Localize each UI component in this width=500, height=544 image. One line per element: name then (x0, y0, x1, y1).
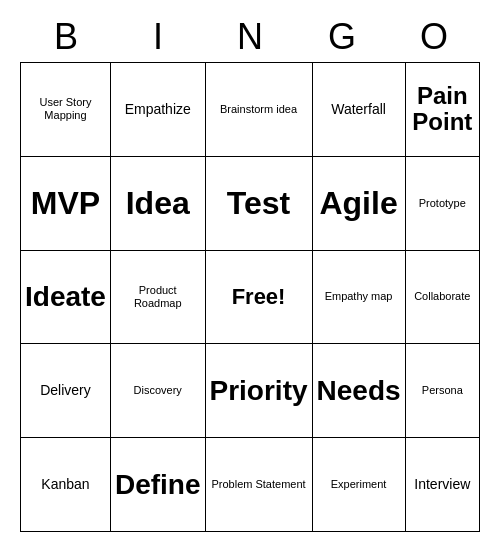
cell-r4-c0: Kanban (21, 438, 111, 532)
cell-r2-c3: Empathy map (313, 251, 406, 345)
cell-r1-c2: Test (206, 157, 313, 251)
cell-r1-c1: Idea (111, 157, 206, 251)
header-letter: O (388, 12, 480, 62)
cell-r3-c3: Needs (313, 344, 406, 438)
cell-r3-c4: Persona (406, 344, 480, 438)
cell-r0-c0: User Story Mapping (21, 63, 111, 157)
bingo-header: BINGO (20, 12, 480, 62)
header-letter: N (204, 12, 296, 62)
cell-r0-c3: Waterfall (313, 63, 406, 157)
cell-r1-c3: Agile (313, 157, 406, 251)
cell-r1-c4: Prototype (406, 157, 480, 251)
cell-r4-c1: Define (111, 438, 206, 532)
cell-r4-c4: Interview (406, 438, 480, 532)
cell-r3-c2: Priority (206, 344, 313, 438)
header-letter: I (112, 12, 204, 62)
header-letter: B (20, 12, 112, 62)
cell-r2-c4: Collaborate (406, 251, 480, 345)
cell-r3-c0: Delivery (21, 344, 111, 438)
cell-r2-c0: Ideate (21, 251, 111, 345)
cell-r3-c1: Discovery (111, 344, 206, 438)
cell-r1-c0: MVP (21, 157, 111, 251)
cell-r0-c2: Brainstorm idea (206, 63, 313, 157)
header-letter: G (296, 12, 388, 62)
cell-r4-c3: Experiment (313, 438, 406, 532)
cell-r0-c1: Empathize (111, 63, 206, 157)
bingo-card: BINGO User Story MappingEmpathizeBrainst… (20, 12, 480, 532)
cell-r0-c4: Pain Point (406, 63, 480, 157)
cell-r4-c2: Problem Statement (206, 438, 313, 532)
cell-r2-c2: Free! (206, 251, 313, 345)
bingo-grid: User Story MappingEmpathizeBrainstorm id… (20, 62, 480, 532)
cell-r2-c1: Product Roadmap (111, 251, 206, 345)
